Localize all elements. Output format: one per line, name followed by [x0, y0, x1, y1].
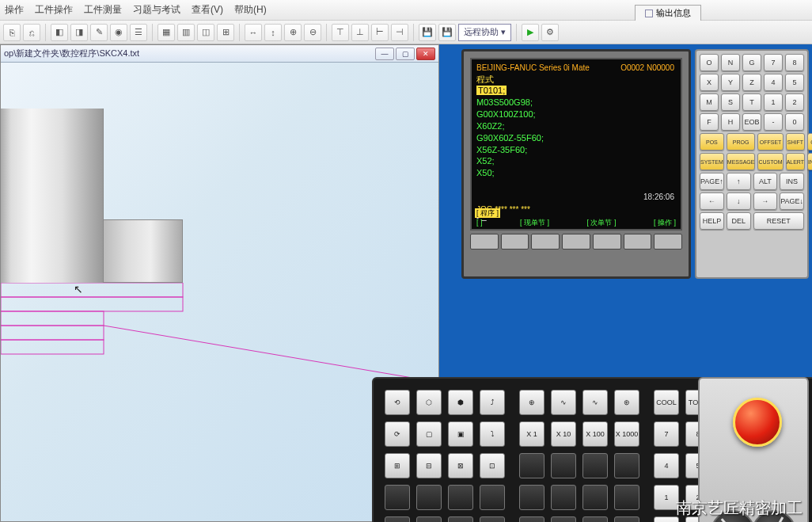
op-a1[interactable]: ⟲ [385, 390, 410, 415]
op-a4[interactable]: ⤴ [480, 390, 505, 415]
op-b4[interactable]: ⤵ [480, 421, 505, 447]
op-c3[interactable]: ⊠ [448, 453, 473, 478]
tool-gear[interactable]: ⚙ [541, 24, 559, 41]
tool-17[interactable]: ⊥ [351, 24, 369, 41]
num-7[interactable]: 7 [654, 421, 679, 447]
tool-3[interactable]: ◧ [51, 24, 68, 41]
key-right[interactable]: → [753, 192, 778, 210]
tool-11[interactable]: ⊞ [217, 24, 234, 41]
jog-7[interactable] [582, 485, 608, 510]
key-1[interactable]: 1 [764, 93, 783, 111]
key-2[interactable]: 2 [785, 93, 804, 111]
key-x[interactable]: X [700, 74, 719, 91]
remote-assist-dropdown[interactable]: 远程协助 ▾ [458, 24, 511, 41]
jog-6[interactable] [551, 485, 576, 510]
menu-exercise-exam[interactable]: 习题与考试 [133, 3, 180, 17]
key-s[interactable]: S [721, 93, 740, 111]
feed-1[interactable]: ⊕ [519, 390, 544, 415]
op-c4[interactable]: ⊡ [480, 453, 505, 478]
jog-12[interactable] [614, 516, 639, 522]
jog-4[interactable] [614, 453, 639, 478]
x100[interactable]: X 100 [582, 421, 608, 447]
feed-3[interactable]: ∿ [582, 390, 608, 415]
key-input[interactable]: INPUT [807, 153, 812, 170]
op-c1[interactable]: ⊞ [385, 453, 410, 478]
jog-9[interactable] [519, 516, 544, 522]
jog-2[interactable] [551, 453, 576, 478]
menu-help[interactable]: 帮助(H) [234, 3, 267, 17]
x1000[interactable]: X 1000 [614, 421, 639, 447]
key-pos[interactable]: POS [700, 133, 724, 151]
menu-view[interactable]: 查看(V) [192, 3, 223, 17]
key-f[interactable]: F [700, 113, 719, 131]
key-can[interactable]: CAN [807, 133, 812, 151]
key-up[interactable]: ↑ [727, 173, 751, 190]
key-prog[interactable]: PROG [727, 133, 756, 151]
op-d4[interactable] [480, 485, 505, 510]
jog-5[interactable] [519, 485, 544, 510]
num-4[interactable]: 4 [654, 453, 679, 478]
key-down[interactable]: ↓ [727, 192, 751, 210]
op-a2[interactable]: ⬡ [416, 390, 442, 415]
emergency-stop-button[interactable] [733, 398, 782, 447]
window-close[interactable]: ✕ [416, 48, 435, 60]
op-b2[interactable]: ▢ [416, 421, 442, 447]
tool-save-1[interactable]: 💾 [419, 24, 436, 41]
key-n[interactable]: N [721, 54, 740, 71]
key-o[interactable]: O [700, 54, 719, 71]
tool-1[interactable]: ⎘ [3, 24, 21, 41]
x1[interactable]: X 1 [519, 421, 544, 447]
tool-19[interactable]: ⊣ [391, 24, 408, 41]
key-h[interactable]: H [721, 113, 740, 131]
softkey-left[interactable] [470, 234, 499, 250]
tool-16[interactable]: ⊤ [332, 24, 349, 41]
cool-btn[interactable]: COOL [654, 390, 679, 415]
tool-save-2[interactable]: 💾 [438, 24, 456, 41]
key-7[interactable]: 7 [764, 54, 783, 71]
key-g[interactable]: G [742, 54, 761, 71]
key-minus[interactable]: - [764, 113, 783, 131]
op-e2[interactable] [416, 516, 442, 522]
softkey-1[interactable] [501, 234, 529, 250]
key-shift[interactable]: SHIFT [786, 133, 805, 151]
softkey-2[interactable] [531, 234, 560, 250]
softkey-3[interactable] [562, 234, 590, 250]
tool-2[interactable]: ⎌ [23, 24, 40, 41]
jog-10[interactable] [551, 516, 576, 522]
feed-2[interactable]: ∿ [551, 390, 576, 415]
key-reset[interactable]: RESET [753, 212, 805, 230]
menu-workpiece-op[interactable]: 工件操作 [35, 3, 73, 17]
key-del[interactable]: DEL [727, 212, 751, 230]
output-tab[interactable]: 输出信息 [635, 5, 701, 21]
tool-6[interactable]: ◉ [110, 24, 127, 41]
tool-18[interactable]: ⊢ [371, 24, 389, 41]
tool-5[interactable]: ✎ [90, 24, 108, 41]
tool-10[interactable]: ◫ [197, 24, 214, 41]
op-d2[interactable] [416, 485, 442, 510]
window-minimize[interactable]: — [375, 48, 394, 60]
op-b1[interactable]: ⟳ [385, 421, 410, 447]
op-d1[interactable] [385, 485, 410, 510]
jog-8[interactable] [614, 485, 639, 510]
key-left[interactable]: ← [700, 192, 724, 210]
x10[interactable]: X 10 [551, 421, 576, 447]
tool-9[interactable]: ▥ [177, 24, 195, 41]
key-custom[interactable]: CUSTOM [757, 153, 783, 170]
op-e4[interactable] [480, 516, 505, 522]
key-page-down[interactable]: PAGE↓ [780, 192, 804, 210]
key-4[interactable]: 4 [764, 74, 783, 91]
op-e3[interactable] [448, 516, 473, 522]
key-alert[interactable]: ALERT [786, 153, 805, 170]
jog-1[interactable] [519, 453, 544, 478]
key-y[interactable]: Y [721, 74, 740, 91]
key-0[interactable]: 0 [785, 113, 804, 131]
key-message[interactable]: MESSAGE [727, 153, 756, 170]
key-system[interactable]: SYSTEM [700, 153, 724, 170]
op-e1[interactable] [385, 516, 410, 522]
tool-7[interactable]: ☰ [130, 24, 147, 41]
menu-workpiece-measure[interactable]: 工件测量 [84, 3, 122, 17]
key-ins[interactable]: INS [780, 173, 804, 190]
tool-8[interactable]: ▦ [157, 24, 175, 41]
tool-13[interactable]: ↕ [264, 24, 282, 41]
softkey-4[interactable] [593, 234, 621, 250]
